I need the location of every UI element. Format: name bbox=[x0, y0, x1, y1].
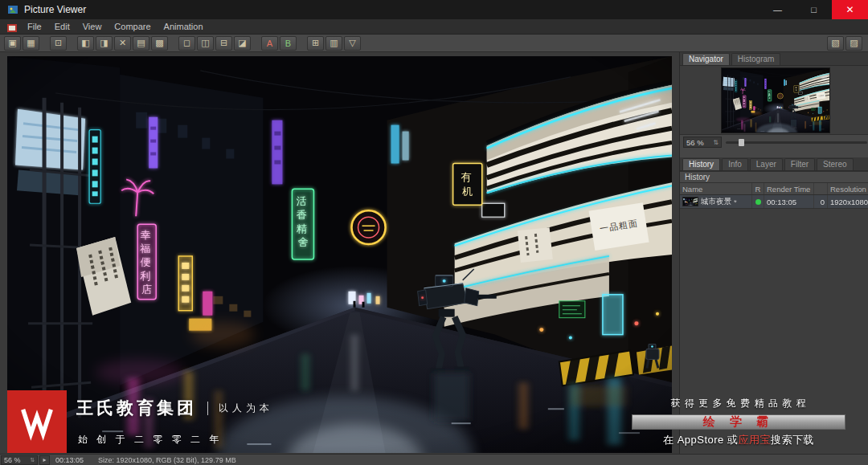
status-zoom-value: 56 % bbox=[4, 456, 21, 464]
column-name[interactable]: Name bbox=[680, 183, 752, 194]
zoom-value: 56 % bbox=[686, 138, 704, 147]
promo-watermark: 获 得 更 多 免 费 精 品 教 程 绘 学 霸 在 AppStore 或应用… bbox=[632, 397, 845, 447]
history-row-frame: 0 bbox=[814, 195, 828, 208]
promo-line2-prefix: 在 AppStore 或 bbox=[663, 434, 738, 446]
statusbar: 56 % ⇅ ▸ 00:13:05 Size: 1920x1080, RGB (… bbox=[0, 454, 868, 465]
column-frame[interactable] bbox=[814, 183, 828, 194]
viewer-menu-icon bbox=[7, 22, 17, 31]
render-status-dot bbox=[755, 199, 761, 205]
status-image-info: Size: 1920x1080, RGB (32 Bit), 129.79 MB bbox=[98, 456, 236, 464]
compare-off-icon: ◻ bbox=[183, 38, 190, 48]
compare-wipe-button[interactable]: ◪ bbox=[234, 36, 251, 51]
save-image-icon: ▦ bbox=[27, 38, 35, 48]
ram-player-a-icon: ◧ bbox=[81, 38, 89, 48]
tab-info[interactable]: Info bbox=[722, 158, 748, 170]
set-image-a-button[interactable]: A bbox=[261, 36, 278, 51]
set-image-b-button[interactable]: B bbox=[280, 36, 297, 51]
promo-line1: 获 得 更 多 免 费 精 品 教 程 bbox=[632, 397, 845, 410]
promo-line2: 在 AppStore 或应用宝搜索下载 bbox=[632, 433, 845, 447]
tab-histogram[interactable]: Histogram bbox=[731, 53, 781, 65]
menu-animation[interactable]: Animation bbox=[158, 19, 210, 34]
tab-history[interactable]: History bbox=[682, 158, 720, 170]
picture-viewer-window: Picture Viewer — □ ✕ File Edit View Comp… bbox=[0, 0, 868, 465]
column-render-time[interactable]: Render Time bbox=[764, 183, 814, 194]
status-zoom-stepper-icon[interactable]: ⇅ bbox=[30, 457, 35, 463]
history-row[interactable]: 城市夜景 * 00:13:05 0 1920x1080 bbox=[680, 195, 868, 209]
status-zoom-field[interactable]: 56 % ⇅ bbox=[1, 455, 38, 465]
history-section-title: History bbox=[680, 171, 868, 183]
column-resolution[interactable]: Resolution bbox=[828, 183, 868, 194]
open-image-icon: ▣ bbox=[8, 38, 16, 48]
zoom-stepper-icon[interactable]: ⇅ bbox=[713, 139, 719, 146]
set-image-a-icon: A bbox=[267, 39, 272, 48]
compare-ab-icon: ◫ bbox=[201, 38, 209, 48]
layout-right-icon: ▨ bbox=[850, 38, 858, 48]
tab-stereo[interactable]: Stereo bbox=[817, 158, 853, 170]
play-button[interactable]: ▸ bbox=[39, 455, 50, 465]
brand-founded: 始 创 于 二 零 零 二 年 bbox=[78, 433, 222, 447]
zoom-slider-handle[interactable] bbox=[739, 139, 744, 146]
filter-view-icon: ▽ bbox=[349, 38, 355, 48]
save-image-button[interactable]: ▦ bbox=[23, 36, 39, 51]
brand-logo bbox=[7, 390, 67, 453]
delete-image-icon: ✕ bbox=[119, 38, 126, 48]
menu-view[interactable]: View bbox=[76, 19, 108, 34]
open-image-button[interactable]: ▣ bbox=[4, 36, 21, 51]
zoom-slider[interactable] bbox=[726, 137, 867, 148]
grid-button[interactable]: ⊞ bbox=[307, 36, 324, 51]
ram-player-b-icon: ◨ bbox=[100, 38, 108, 48]
history-row-name-cell[interactable]: 城市夜景 * bbox=[680, 195, 752, 208]
history-row-resolution: 1920x1080 bbox=[828, 195, 868, 208]
tab-navigator[interactable]: Navigator bbox=[682, 53, 730, 65]
info-overlay-button[interactable]: ▥ bbox=[326, 36, 342, 51]
ram-player-b-button[interactable]: ◨ bbox=[96, 36, 113, 51]
render-scene[interactable]: 幸 福 便 利 店 bbox=[7, 56, 672, 453]
history-row-dirty-flag: * bbox=[734, 198, 737, 206]
history-table-header: Name R Render Time Resolution bbox=[680, 183, 868, 195]
compare-sub-button[interactable]: ⊟ bbox=[215, 36, 232, 51]
fullscreen-button[interactable]: ⊡ bbox=[50, 36, 67, 51]
toolbar: ▣ ▦ ⊡ ◧ ◨ ✕ ▤ ▩ ◻ ◫ ⊟ ◪ A B ⊞ ▥ ▽ ▧ ▨ bbox=[0, 35, 868, 52]
titlebar[interactable]: Picture Viewer — □ ✕ bbox=[0, 0, 868, 19]
inspector-tab-bar: History Info Layer Filter Stereo bbox=[680, 157, 868, 171]
history-row-name: 城市夜景 bbox=[701, 197, 731, 207]
compare-off-button[interactable]: ◻ bbox=[178, 36, 195, 51]
menu-file[interactable]: File bbox=[21, 19, 48, 34]
layout-left-icon: ▧ bbox=[831, 38, 839, 48]
promo-highlight: 绘 学 霸 bbox=[703, 414, 774, 430]
layer-manager-button[interactable]: ▤ bbox=[133, 36, 149, 51]
filter-view-button[interactable]: ▽ bbox=[344, 36, 361, 51]
ram-player-a-button[interactable]: ◧ bbox=[77, 36, 94, 51]
maximize-button[interactable]: □ bbox=[796, 0, 832, 19]
compare-ab-button[interactable]: ◫ bbox=[197, 36, 214, 51]
menu-compare[interactable]: Compare bbox=[108, 19, 157, 34]
zoom-slider-track[interactable] bbox=[726, 141, 867, 144]
layout-right-button[interactable]: ▨ bbox=[845, 36, 862, 51]
rendered-image[interactable]: 幸 福 便 利 店 bbox=[7, 56, 672, 453]
promo-bar: 绘 学 霸 bbox=[632, 414, 845, 430]
close-button[interactable]: ✕ bbox=[832, 0, 868, 19]
layout-left-button[interactable]: ▧ bbox=[827, 36, 844, 51]
zoom-value-field[interactable]: 56 % ⇅ bbox=[683, 137, 722, 148]
zoom-row: 56 % ⇅ bbox=[680, 135, 868, 149]
brand-slogan: 以人为本 bbox=[219, 402, 273, 415]
menu-edit[interactable]: Edit bbox=[48, 19, 76, 34]
fullscreen-icon: ⊡ bbox=[55, 38, 62, 48]
compare-wipe-icon: ◪ bbox=[238, 38, 246, 48]
navigator-thumbnail[interactable] bbox=[721, 67, 830, 133]
navigator-preview[interactable] bbox=[680, 66, 868, 135]
column-r[interactable]: R bbox=[752, 183, 764, 194]
delete-image-button[interactable]: ✕ bbox=[114, 36, 131, 51]
right-panel: Navigator Histogram 56 % ⇅ History Info bbox=[679, 52, 868, 454]
app-icon bbox=[7, 4, 18, 15]
tab-filter[interactable]: Filter bbox=[784, 158, 815, 170]
brand-name: 王氏教育集团 bbox=[76, 397, 197, 419]
compare-sub-icon: ⊟ bbox=[220, 38, 227, 48]
image-viewport[interactable]: 幸 福 便 利 店 bbox=[0, 52, 679, 454]
multi-view-button[interactable]: ▩ bbox=[151, 36, 168, 51]
layer-manager-icon: ▤ bbox=[137, 38, 145, 48]
minimize-button[interactable]: — bbox=[760, 0, 796, 19]
brand-divider bbox=[207, 402, 208, 415]
tab-layer[interactable]: Layer bbox=[750, 158, 783, 170]
menubar: File Edit View Compare Animation bbox=[0, 19, 868, 35]
